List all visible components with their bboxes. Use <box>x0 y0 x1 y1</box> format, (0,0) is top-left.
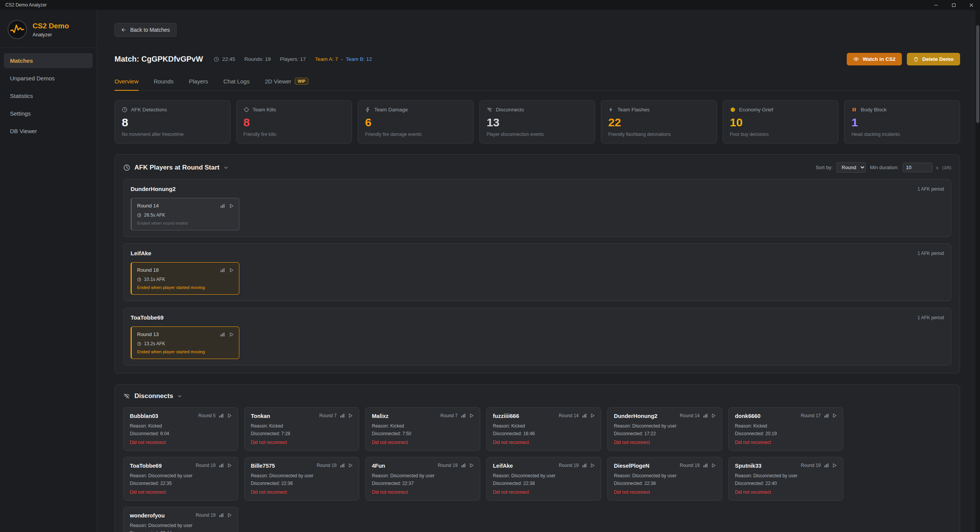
tab-chat-logs[interactable]: Chat Logs <box>223 78 249 90</box>
chevron-down-icon[interactable] <box>224 165 228 170</box>
play-icon[interactable] <box>229 204 234 208</box>
sidebar-item-unparsed-demos[interactable]: Unparsed Demos <box>4 71 93 86</box>
play-icon[interactable] <box>227 413 232 418</box>
maximize-button[interactable] <box>945 0 962 10</box>
tab-overview[interactable]: Overview <box>115 78 139 90</box>
stat-value: 13 <box>487 116 588 129</box>
tab-rounds[interactable]: Rounds <box>154 78 174 90</box>
sidebar-item-matches[interactable]: Matches <box>4 53 93 68</box>
play-icon[interactable] <box>590 413 595 418</box>
chevron-down-icon[interactable] <box>177 394 182 398</box>
round-label: Round 13 <box>137 331 159 337</box>
play-icon[interactable] <box>469 413 474 418</box>
sidebar-item-statistics[interactable]: Statistics <box>4 88 93 103</box>
sort-select[interactable]: Round <box>836 162 866 173</box>
disconnect-card: Bille7575 Round 19 Reason: Disconnected … <box>244 457 359 501</box>
play-icon[interactable] <box>348 413 353 418</box>
main-content: Back to Matches Match: CgGPKDfvGPvW 22:4… <box>97 10 980 532</box>
chart-icon[interactable] <box>220 204 225 208</box>
close-button[interactable] <box>962 0 980 10</box>
chart-icon[interactable] <box>340 463 345 468</box>
afk-period-card[interactable]: Round 18 10.1s AFK Ended when player sta… <box>131 262 239 295</box>
chart-icon[interactable] <box>461 413 466 418</box>
afk-period-card[interactable]: Round 14 26.5s AFK Ended when round ende… <box>131 198 239 230</box>
tab-players[interactable]: Players <box>189 78 208 90</box>
reconnect-status: Did not reconnect <box>130 490 232 495</box>
chart-icon[interactable] <box>582 463 587 468</box>
play-icon[interactable] <box>469 463 474 468</box>
min-duration-input[interactable] <box>903 163 933 172</box>
play-icon[interactable] <box>711 413 716 418</box>
play-icon[interactable] <box>229 268 234 273</box>
clock-icon <box>137 213 141 217</box>
round-label: Round 19 <box>801 463 821 468</box>
disconnect-reason: Reason: Disconnected by user <box>130 523 232 528</box>
afk-shown-count: (3/8) <box>942 165 951 170</box>
reconnect-status: Did not reconnect <box>493 490 595 495</box>
chart-icon[interactable] <box>219 513 224 517</box>
delete-demo-button[interactable]: Delete Demo <box>907 53 960 65</box>
stat-value: 8 <box>122 116 223 129</box>
afk-player-group: ToaTobbe69 1 AFK period Round 13 13.2s A… <box>123 308 951 366</box>
reconnect-status: Did not reconnect <box>493 440 595 445</box>
target-icon <box>244 107 249 113</box>
watch-in-cs2-button[interactable]: Watch in CS2 <box>847 53 902 65</box>
stat-description: No movement after freezetime <box>122 132 223 137</box>
chart-icon[interactable] <box>703 463 708 468</box>
vertical-scrollbar[interactable] <box>975 10 980 532</box>
disconnect-card: Sputnik33 Round 19 Reason: Disconnected … <box>728 457 843 501</box>
flash-icon <box>608 107 614 113</box>
play-icon[interactable] <box>227 513 232 517</box>
chart-icon[interactable] <box>340 413 345 418</box>
afk-duration: 26.5s AFK <box>144 212 165 218</box>
afk-section-header[interactable]: AFK Players at Round Start Sort by: Roun… <box>123 162 951 173</box>
disconnect-card: ToaTobbe69 Round 19 Reason: Disconnected… <box>123 457 238 501</box>
disconnect-reason: Reason: Disconnected by user <box>130 473 232 478</box>
stat-card-team-flashes: Team Flashes 22 Friendly flashbang deton… <box>601 100 717 144</box>
chart-icon[interactable] <box>824 463 829 468</box>
play-icon[interactable] <box>832 413 837 418</box>
tab-2d-viewer[interactable]: 2D ViewerWIP <box>265 78 309 90</box>
chart-icon[interactable] <box>461 463 466 468</box>
sidebar-item-db-viewer[interactable]: DB Viewer <box>4 124 93 139</box>
afk-player-group: LeifAke 1 AFK period Round 18 10.1s AFK <box>123 243 951 301</box>
stat-card-body-block: Body Block 1 Head stacking incidents <box>844 100 960 144</box>
chart-icon[interactable] <box>703 413 708 418</box>
disconnect-reason: Reason: Kicked <box>251 423 353 429</box>
play-icon[interactable] <box>832 463 837 468</box>
sidebar-item-settings[interactable]: Settings <box>4 106 93 121</box>
play-icon[interactable] <box>227 463 232 468</box>
stat-label: Team Flashes <box>617 107 650 113</box>
stat-label: Team Damage <box>374 107 408 113</box>
player-name: ToaTobbe69 <box>130 463 162 469</box>
back-to-matches-button[interactable]: Back to Matches <box>115 23 177 37</box>
chart-icon[interactable] <box>824 413 829 418</box>
scrollbar-thumb[interactable] <box>976 25 979 123</box>
stat-value: 8 <box>244 116 345 129</box>
afk-ended-reason: Ended when player started moving <box>137 349 234 354</box>
stats-grid: AFK Detections 8 No movement after freez… <box>115 100 960 144</box>
chart-icon[interactable] <box>219 413 224 418</box>
play-icon[interactable] <box>590 463 595 468</box>
chart-icon[interactable] <box>220 268 225 273</box>
minimize-button[interactable] <box>927 0 945 10</box>
app-brand: CS2 Demo Analyzer <box>0 19 97 47</box>
chart-icon[interactable] <box>219 463 224 468</box>
stat-value: 22 <box>608 116 710 129</box>
clock-icon <box>137 342 141 346</box>
player-name: wonderofyou <box>130 512 165 519</box>
afk-section: AFK Players at Round Start Sort by: Roun… <box>115 154 960 374</box>
play-icon[interactable] <box>711 463 716 468</box>
min-duration-label: Min duration: <box>870 165 898 170</box>
chart-icon[interactable] <box>582 413 587 418</box>
disconnect-reason: Reason: Disconnected by user <box>372 473 474 478</box>
play-icon[interactable] <box>348 463 353 468</box>
reconnect-status: Did not reconnect <box>372 490 474 495</box>
disconnect-time: Disconnected: 17:22 <box>614 431 716 436</box>
disconnects-section-header[interactable]: Disconnects <box>123 392 951 400</box>
play-icon[interactable] <box>229 332 234 337</box>
chart-icon[interactable] <box>220 332 225 337</box>
afk-period-card[interactable]: Round 13 13.2s AFK Ended when player sta… <box>131 326 239 359</box>
disconnect-reason: Reason: Kicked <box>493 423 595 429</box>
disconnect-time: Disconnected: 7:50 <box>372 431 474 436</box>
